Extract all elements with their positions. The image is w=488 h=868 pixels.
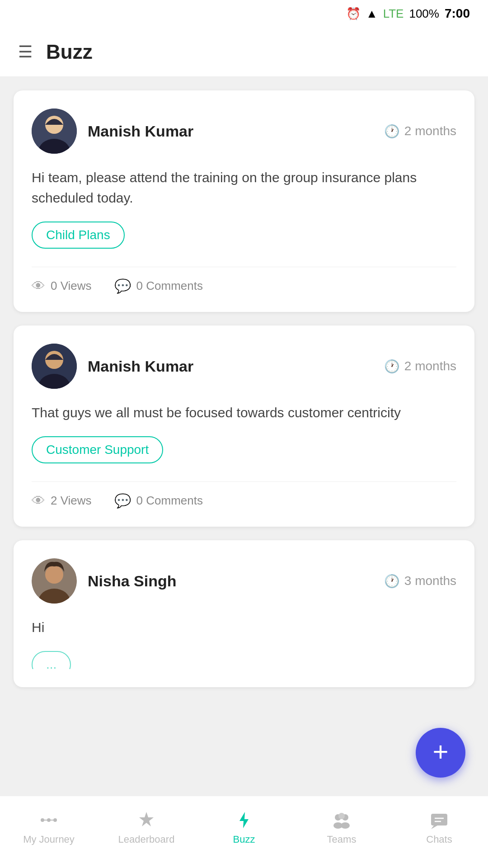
buzz-label: Buzz [233,834,255,845]
post-time: 🕐 2 months [384,124,456,139]
post-header: Manish Kumar 🕐 2 months [32,108,456,154]
comments-count: 0 Comments [136,494,203,508]
status-icons: ⏰ ▲ LTE 100% 7:00 [346,6,470,21]
svg-marker-14 [239,812,249,828]
avatar [32,108,77,154]
post-content: Hi team, please attend the training on t… [32,167,456,208]
customer-support-tag[interactable]: Customer Support [32,436,163,463]
post-card: Nisha Singh 🕐 3 months Hi ... [14,540,474,687]
clock-icon: 🕐 [384,574,400,589]
chats-icon [429,810,449,830]
post-footer: 👁 0 Views 💬 0 Comments [32,267,456,294]
nav-item-teams[interactable]: Teams [293,810,390,845]
comment-icon: 💬 [114,493,131,509]
clock-icon: 🕐 [384,124,400,139]
svg-rect-20 [431,814,447,826]
status-bar: ⏰ ▲ LTE 100% 7:00 [0,0,488,27]
post-time: 🕐 2 months [384,359,456,374]
nav-item-leaderboard[interactable]: Leaderboard [98,810,195,845]
post-card: Manish Kumar 🕐 2 months Hi team, please … [14,90,474,312]
post-content: Hi [32,617,456,637]
time-ago: 2 months [404,359,456,373]
page-title: Buzz [46,41,93,63]
svg-point-19 [341,822,350,829]
svg-point-7 [45,566,63,584]
header: ☰ Buzz [0,27,488,77]
menu-icon[interactable]: ☰ [18,42,33,61]
teams-label: Teams [327,834,357,845]
views-count: 2 Views [51,494,92,508]
tag-partial[interactable]: ... [32,651,71,669]
views-stat: 👁 0 Views [32,278,92,294]
wifi-icon: ▲ [366,7,378,21]
post-author-info: Nisha Singh [32,558,176,604]
comments-count: 0 Comments [136,279,203,293]
buzz-icon [234,810,254,830]
nav-item-chats[interactable]: Chats [390,810,488,845]
plus-icon: + [432,738,448,765]
eye-icon: 👁 [32,493,45,509]
journey-icon [39,810,59,830]
post-card: Manish Kumar 🕐 2 months That guys we all… [14,326,474,527]
user-name: Manish Kumar [88,123,193,140]
teams-icon [332,810,352,830]
views-count: 0 Views [51,279,92,293]
post-content: That guys we all must be focused towards… [32,402,456,423]
comments-stat: 💬 0 Comments [114,493,203,509]
create-post-button[interactable]: + [416,728,465,778]
post-author-info: Manish Kumar [32,344,193,389]
time-ago: 2 months [404,124,456,138]
svg-marker-21 [431,826,437,829]
journey-label: My Journey [23,834,75,845]
svg-point-11 [53,818,57,822]
clock-icon: 🕐 [384,359,400,374]
chats-label: Chats [426,834,452,845]
alarm-icon: ⏰ [346,7,361,21]
status-time: 7:00 [445,6,470,21]
bottom-nav: My Journey Leaderboard Buzz Teams Chats [0,796,488,868]
user-name: Nisha Singh [88,572,176,590]
signal-icon: LTE [383,7,404,21]
child-plans-tag[interactable]: Child Plans [32,222,125,249]
feed-container: Manish Kumar 🕐 2 months Hi team, please … [0,77,488,796]
battery-level: 100% [409,7,439,21]
leaderboard-label: Leaderboard [118,834,175,845]
views-stat: 👁 2 Views [32,493,92,509]
post-footer: 👁 2 Views 💬 0 Comments [32,481,456,509]
post-time: 🕐 3 months [384,574,456,589]
eye-icon: 👁 [32,278,45,294]
svg-point-9 [41,818,44,822]
user-name: Manish Kumar [88,358,193,375]
svg-point-17 [338,813,345,819]
svg-point-10 [47,818,51,822]
post-header: Manish Kumar 🕐 2 months [32,344,456,389]
nav-item-buzz[interactable]: Buzz [195,810,293,845]
avatar [32,344,77,389]
avatar [32,558,77,604]
comment-icon: 💬 [114,278,131,294]
nav-item-my-journey[interactable]: My Journey [0,810,98,845]
comments-stat: 💬 0 Comments [114,278,203,294]
post-author-info: Manish Kumar [32,108,193,154]
time-ago: 3 months [404,574,456,588]
post-header: Nisha Singh 🕐 3 months [32,558,456,604]
leaderboard-icon [136,810,156,830]
